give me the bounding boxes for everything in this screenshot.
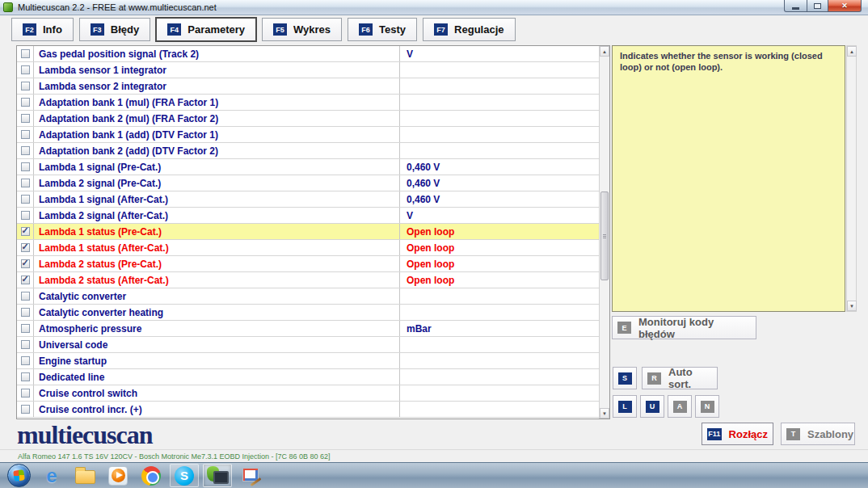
auto-sort-label: Auto sort. [668,366,712,390]
row-checkbox[interactable] [21,276,30,284]
row-checkbox[interactable] [21,308,30,317]
start-button[interactable] [4,464,33,487]
table-row[interactable]: Lambda 2 signal (Pre-Cat.) 0,460 V [17,175,599,191]
fkey-badge: F6 [359,23,373,36]
parameter-name: Lambda 2 signal (After-Cat.) [34,208,400,223]
parameter-name: Adaptation bank 2 (mul) (FRA Factor 2) [34,111,400,126]
scroll-up-icon[interactable]: ▲ [847,46,857,57]
minimize-icon [792,7,799,10]
table-row[interactable]: Adaptation bank 2 (mul) (FRA Factor 2) [17,111,599,127]
tab-info[interactable]: F2 Info [11,18,74,41]
close-button[interactable]: ✕ [828,0,862,12]
parameter-value: Open loop [400,240,599,255]
row-checkbox[interactable] [21,162,30,171]
table-scrollbar[interactable]: ▲ ▼ [599,46,609,419]
scroll-thumb[interactable] [600,191,609,280]
parameter-value [400,305,599,320]
table-row[interactable]: Atmospheric pressure mBar [17,321,599,337]
row-checkbox[interactable] [21,211,30,220]
parameter-name: Catalytic converter heating [34,305,400,320]
key-badge-r: R [647,372,661,385]
table-row[interactable]: Lambda 2 signal (After-Cat.) V [17,208,599,224]
parameter-name: Lambda 1 signal (After-Cat.) [34,191,400,207]
checkbox-cell [17,46,34,61]
u-button[interactable]: U [640,395,664,418]
row-checkbox[interactable] [21,195,30,204]
table-row[interactable]: Dedicated line [17,369,599,385]
fkey-badge: F2 [23,23,36,36]
tab-błędy[interactable]: F3 Błędy [79,18,150,41]
tab-wykres[interactable]: F5 Wykres [262,18,342,41]
table-row[interactable]: Lambda 1 signal (After-Cat.) 0,460 V [17,191,599,208]
row-checkbox[interactable] [21,340,30,349]
row-checkbox[interactable] [21,146,30,155]
row-checkbox[interactable] [21,179,30,187]
table-row[interactable]: Cruise control switch [17,385,599,402]
parameter-value [400,95,599,110]
tab-regulacje[interactable]: F7 Regulacje [423,18,515,41]
row-checkbox[interactable] [21,65,30,74]
taskbar-item-explorer[interactable] [70,464,99,487]
table-row[interactable]: Catalytic converter [17,288,599,305]
window-title: Multiecuscan 2.2 - FREE at www.multiecus… [18,2,217,12]
sort-s-button[interactable]: S [613,367,637,389]
l-button[interactable]: L [613,395,637,418]
row-checkbox[interactable] [21,292,30,301]
taskbar-item-paint[interactable] [236,464,265,487]
auto-sort-button[interactable]: R Auto sort. [642,367,718,389]
templates-button[interactable]: T Szablony [781,423,855,445]
tab-testy[interactable]: F6 Testy [348,18,417,41]
row-checkbox[interactable] [21,49,30,58]
key-badge-s: S [618,372,632,385]
monitor-error-codes-button[interactable]: E Monitoruj kody błędów [612,316,756,339]
table-row[interactable]: Adaptation bank 2 (add) (DTV Factor 2) [17,143,599,159]
disconnect-button[interactable]: F11 Rozłącz [702,423,773,445]
taskbar-item-skype[interactable]: S [170,464,199,487]
parameter-name: Lambda 1 status (After-Cat.) [34,240,400,255]
row-checkbox[interactable] [21,356,30,365]
tab-label: Wykres [293,23,331,36]
row-checkbox[interactable] [21,82,30,90]
scroll-down-icon[interactable]: ▼ [600,408,609,419]
tab-parametery[interactable]: F4 Parametery [156,18,256,41]
row-checkbox[interactable] [21,227,30,236]
row-checkbox[interactable] [21,243,30,252]
checkbox-cell [17,127,34,142]
minimize-button[interactable] [784,0,807,12]
row-checkbox[interactable] [21,372,30,381]
row-checkbox[interactable] [21,130,30,139]
maximize-button[interactable] [807,0,828,12]
table-row[interactable]: Adaptation bank 1 (mul) (FRA Factor 1) [17,95,599,111]
table-row[interactable]: Cruise control incr. (+) [17,402,599,418]
row-checkbox[interactable] [21,114,30,123]
table-row[interactable]: Lambda sensor 2 integrator [17,78,599,95]
a-button[interactable]: A [668,395,692,418]
n-button[interactable]: N [695,395,719,418]
table-row[interactable]: Catalytic converter heating [17,305,599,321]
taskbar-item-multiecuscan[interactable] [203,464,232,487]
table-row[interactable]: Lambda 1 status (After-Cat.) Open loop [17,240,599,256]
row-checkbox[interactable] [21,324,30,333]
table-row[interactable]: Lambda 2 status (Pre-Cat.) Open loop [17,256,599,272]
taskbar-item-internet-explorer[interactable]: e [37,464,66,487]
table-row[interactable]: Lambda 1 signal (Pre-Cat.) 0,460 V [17,159,599,175]
scroll-up-icon[interactable]: ▲ [600,46,609,57]
table-row[interactable]: Lambda 2 status (After-Cat.) Open loop [17,272,599,288]
tab-label: Testy [379,23,406,36]
row-checkbox[interactable] [21,259,30,268]
taskbar-item-chrome[interactable] [137,464,166,487]
row-checkbox[interactable] [21,98,30,107]
row-checkbox[interactable] [21,389,30,398]
tab-label: Regulacje [454,23,504,36]
table-row[interactable]: Lambda sensor 1 integrator [17,62,599,78]
table-row[interactable]: Gas pedal position signal (Track 2) V [17,46,599,62]
scroll-down-icon[interactable]: ▼ [847,301,857,311]
parameter-name: Gas pedal position signal (Track 2) [34,46,400,61]
table-row[interactable]: Universal code [17,337,599,353]
table-row[interactable]: Adaptation bank 1 (add) (DTV Factor 1) [17,127,599,143]
description-scrollbar[interactable]: ▲ ▼ [846,45,857,312]
table-row[interactable]: Lambda 1 status (Pre-Cat.) Open loop [17,224,599,240]
taskbar-item-media-player[interactable] [103,464,133,487]
row-checkbox[interactable] [21,405,30,414]
table-row[interactable]: Engine startup [17,353,599,369]
